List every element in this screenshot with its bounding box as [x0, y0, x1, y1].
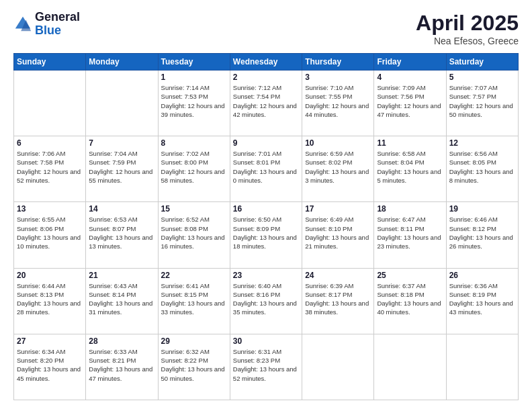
day-info: Sunrise: 7:09 AM Sunset: 7:56 PM Dayligh…	[377, 83, 443, 119]
day-info: Sunrise: 6:31 AM Sunset: 8:23 PM Dayligh…	[233, 347, 299, 383]
table-row: 19Sunrise: 6:46 AM Sunset: 8:12 PM Dayli…	[446, 202, 518, 268]
day-info: Sunrise: 6:55 AM Sunset: 8:06 PM Dayligh…	[17, 215, 83, 250]
table-row: 24Sunrise: 6:39 AM Sunset: 8:17 PM Dayli…	[302, 268, 374, 334]
day-info: Sunrise: 6:58 AM Sunset: 8:04 PM Dayligh…	[377, 149, 443, 185]
table-row: 12Sunrise: 6:56 AM Sunset: 8:05 PM Dayli…	[446, 136, 518, 202]
day-number: 10	[305, 138, 371, 148]
day-number: 26	[449, 271, 515, 280]
day-number: 30	[233, 336, 299, 346]
day-number: 28	[89, 336, 154, 346]
day-number: 17	[305, 204, 371, 214]
table-row: 9Sunrise: 7:01 AM Sunset: 8:01 PM Daylig…	[230, 136, 302, 202]
col-thursday: Thursday	[302, 54, 374, 71]
table-row: 30Sunrise: 6:31 AM Sunset: 8:23 PM Dayli…	[230, 334, 302, 400]
day-info: Sunrise: 7:02 AM Sunset: 8:00 PM Dayligh…	[161, 149, 227, 185]
title-section: April 2025 Nea Efesos, Greece	[416, 11, 519, 46]
col-friday: Friday	[374, 54, 446, 71]
day-info: Sunrise: 6:47 AM Sunset: 8:11 PM Dayligh…	[377, 215, 443, 250]
table-row: 27Sunrise: 6:34 AM Sunset: 8:20 PM Dayli…	[14, 334, 86, 400]
table-row	[86, 71, 158, 136]
day-number: 21	[89, 271, 154, 280]
day-number: 8	[161, 138, 227, 148]
table-row: 17Sunrise: 6:49 AM Sunset: 8:10 PM Dayli…	[302, 202, 374, 268]
day-number: 5	[449, 73, 515, 82]
calendar-table: Sunday Monday Tuesday Wednesday Thursday…	[13, 53, 519, 400]
col-saturday: Saturday	[446, 54, 518, 71]
day-number: 4	[377, 73, 443, 82]
table-row: 18Sunrise: 6:47 AM Sunset: 8:11 PM Dayli…	[374, 202, 446, 268]
day-info: Sunrise: 6:40 AM Sunset: 8:16 PM Dayligh…	[233, 281, 299, 317]
table-row: 14Sunrise: 6:53 AM Sunset: 8:07 PM Dayli…	[86, 202, 158, 268]
day-info: Sunrise: 6:32 AM Sunset: 8:22 PM Dayligh…	[161, 347, 227, 383]
month-title: April 2025	[416, 11, 519, 36]
table-row	[302, 334, 374, 400]
table-row: 26Sunrise: 6:36 AM Sunset: 8:19 PM Dayli…	[446, 268, 518, 334]
day-info: Sunrise: 7:07 AM Sunset: 7:57 PM Dayligh…	[449, 83, 515, 119]
table-row: 13Sunrise: 6:55 AM Sunset: 8:06 PM Dayli…	[14, 202, 86, 268]
calendar-header-row: Sunday Monday Tuesday Wednesday Thursday…	[14, 54, 519, 71]
table-row: 25Sunrise: 6:37 AM Sunset: 8:18 PM Dayli…	[374, 268, 446, 334]
day-number: 11	[377, 138, 443, 148]
table-row: 7Sunrise: 7:04 AM Sunset: 7:59 PM Daylig…	[86, 136, 158, 202]
table-row: 5Sunrise: 7:07 AM Sunset: 7:57 PM Daylig…	[446, 71, 518, 136]
day-info: Sunrise: 6:56 AM Sunset: 8:05 PM Dayligh…	[449, 149, 515, 185]
day-info: Sunrise: 6:43 AM Sunset: 8:14 PM Dayligh…	[89, 281, 154, 317]
table-row: 2Sunrise: 7:12 AM Sunset: 7:54 PM Daylig…	[230, 71, 302, 136]
table-row: 6Sunrise: 7:06 AM Sunset: 7:58 PM Daylig…	[14, 136, 86, 202]
day-number: 9	[233, 138, 299, 148]
day-info: Sunrise: 6:46 AM Sunset: 8:12 PM Dayligh…	[449, 215, 515, 250]
day-info: Sunrise: 6:50 AM Sunset: 8:09 PM Dayligh…	[233, 215, 299, 250]
day-info: Sunrise: 7:12 AM Sunset: 7:54 PM Dayligh…	[233, 83, 299, 119]
logo-icon	[13, 15, 32, 34]
table-row: 3Sunrise: 7:10 AM Sunset: 7:55 PM Daylig…	[302, 71, 374, 136]
logo-blue-text: Blue	[35, 24, 80, 38]
day-number: 16	[233, 204, 299, 214]
table-row: 16Sunrise: 6:50 AM Sunset: 8:09 PM Dayli…	[230, 202, 302, 268]
day-info: Sunrise: 7:06 AM Sunset: 7:58 PM Dayligh…	[17, 149, 83, 185]
day-info: Sunrise: 6:33 AM Sunset: 8:21 PM Dayligh…	[89, 347, 154, 383]
day-number: 19	[449, 204, 515, 214]
table-row: 4Sunrise: 7:09 AM Sunset: 7:56 PM Daylig…	[374, 71, 446, 136]
day-info: Sunrise: 6:37 AM Sunset: 8:18 PM Dayligh…	[377, 281, 443, 317]
day-info: Sunrise: 6:49 AM Sunset: 8:10 PM Dayligh…	[305, 215, 371, 250]
col-monday: Monday	[86, 54, 158, 71]
day-number: 24	[305, 271, 371, 280]
table-row: 23Sunrise: 6:40 AM Sunset: 8:16 PM Dayli…	[230, 268, 302, 334]
day-number: 23	[233, 271, 299, 280]
day-number: 7	[89, 138, 154, 148]
day-number: 25	[377, 271, 443, 280]
table-row: 15Sunrise: 6:52 AM Sunset: 8:08 PM Dayli…	[158, 202, 230, 268]
day-number: 3	[305, 73, 371, 82]
table-row: 1Sunrise: 7:14 AM Sunset: 7:53 PM Daylig…	[158, 71, 230, 136]
col-tuesday: Tuesday	[158, 54, 230, 71]
day-info: Sunrise: 7:01 AM Sunset: 8:01 PM Dayligh…	[233, 149, 299, 185]
day-info: Sunrise: 6:53 AM Sunset: 8:07 PM Dayligh…	[89, 215, 154, 250]
table-row: 29Sunrise: 6:32 AM Sunset: 8:22 PM Dayli…	[158, 334, 230, 400]
day-info: Sunrise: 7:04 AM Sunset: 7:59 PM Dayligh…	[89, 149, 154, 185]
header: General Blue April 2025 Nea Efesos, Gree…	[13, 11, 519, 46]
day-info: Sunrise: 6:59 AM Sunset: 8:02 PM Dayligh…	[305, 149, 371, 185]
table-row: 28Sunrise: 6:33 AM Sunset: 8:21 PM Dayli…	[86, 334, 158, 400]
table-row: 21Sunrise: 6:43 AM Sunset: 8:14 PM Dayli…	[86, 268, 158, 334]
table-row	[14, 71, 86, 136]
day-info: Sunrise: 6:44 AM Sunset: 8:13 PM Dayligh…	[17, 281, 83, 317]
day-number: 2	[233, 73, 299, 82]
day-number: 6	[17, 138, 83, 148]
location: Nea Efesos, Greece	[416, 36, 519, 46]
day-info: Sunrise: 6:41 AM Sunset: 8:15 PM Dayligh…	[161, 281, 227, 317]
day-number: 29	[161, 336, 227, 346]
table-row: 22Sunrise: 6:41 AM Sunset: 8:15 PM Dayli…	[158, 268, 230, 334]
table-row	[446, 334, 518, 400]
table-row: 10Sunrise: 6:59 AM Sunset: 8:02 PM Dayli…	[302, 136, 374, 202]
day-info: Sunrise: 6:36 AM Sunset: 8:19 PM Dayligh…	[449, 281, 515, 317]
day-number: 12	[449, 138, 515, 148]
day-info: Sunrise: 7:14 AM Sunset: 7:53 PM Dayligh…	[161, 83, 227, 119]
day-number: 18	[377, 204, 443, 214]
day-number: 20	[17, 271, 83, 280]
day-number: 13	[17, 204, 83, 214]
day-number: 15	[161, 204, 227, 214]
table-row: 20Sunrise: 6:44 AM Sunset: 8:13 PM Dayli…	[14, 268, 86, 334]
col-wednesday: Wednesday	[230, 54, 302, 71]
day-number: 1	[161, 73, 227, 82]
day-info: Sunrise: 6:39 AM Sunset: 8:17 PM Dayligh…	[305, 281, 371, 317]
